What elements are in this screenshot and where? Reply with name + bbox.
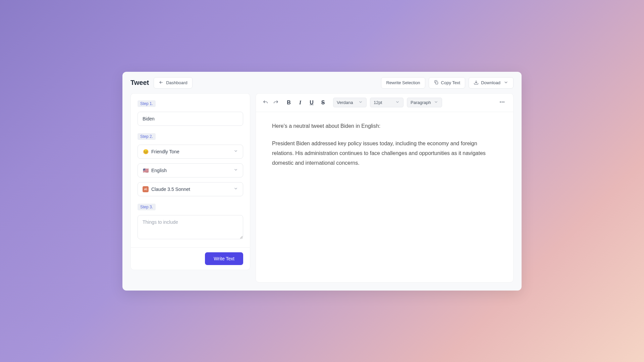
svg-point-2 [502,101,503,102]
more-icon[interactable] [498,98,506,108]
copy-label: Copy Text [441,80,461,85]
dropdown-group: Verdana 12pt Paragraph [333,98,442,107]
download-icon [474,80,479,86]
dashboard-button[interactable]: Dashboard [154,77,193,89]
app-window: Tweet Dashboard Rewrite Selection Copy T… [122,72,522,291]
step-2-badge: Step 2. [138,133,156,140]
left-panel: Step 1. Step 2. 😊 Friendly Tone [130,93,250,282]
rewrite-selection-button[interactable]: Rewrite Selection [381,77,425,89]
editor-panel: B I U S Verdana 12pt Paragraph [256,93,514,282]
chevron-down-icon [503,80,508,86]
write-row: Write Text [130,248,250,270]
font-label: Verdana [337,100,353,105]
include-textarea[interactable] [138,215,243,239]
svg-point-1 [500,101,501,102]
chevron-down-icon [233,149,238,154]
underline-button[interactable]: U [308,99,315,106]
italic-button[interactable]: I [297,99,304,106]
anthropic-icon: A\ [143,186,149,192]
content: Step 1. Step 2. 😊 Friendly Tone [122,93,522,291]
bold-button[interactable]: B [285,99,292,106]
write-text-button[interactable]: Write Text [205,252,243,265]
copy-text-button[interactable]: Copy Text [429,77,466,89]
block-label: Paragraph [411,100,431,105]
selects-stack: 😊 Friendly Tone 🇺🇸 English A\ [138,145,243,196]
form-card-wrap: Step 1. Step 2. 😊 Friendly Tone [130,93,250,270]
step-2-group: Step 2. 😊 Friendly Tone 🇺🇸 English [138,133,243,196]
smile-icon: 😊 [143,149,149,155]
header-right: Rewrite Selection Copy Text Download [381,77,514,89]
strikethrough-button[interactable]: S [320,99,326,106]
header-left: Tweet Dashboard [130,77,193,89]
flag-icon: 🇺🇸 [143,167,149,173]
dashboard-label: Dashboard [166,80,187,85]
model-label: Claude 3.5 Sonnet [151,187,190,192]
chevron-down-icon [233,167,238,173]
tone-select[interactable]: 😊 Friendly Tone [138,145,243,159]
page-title: Tweet [130,79,149,87]
form-card: Step 1. Step 2. 😊 Friendly Tone [130,93,250,248]
language-select[interactable]: 🇺🇸 English [138,163,243,177]
rewrite-label: Rewrite Selection [386,80,420,85]
svg-rect-0 [435,82,438,84]
font-size-label: 12pt [374,100,382,105]
step-1-group: Step 1. [138,100,243,126]
chevron-down-icon [233,186,238,192]
chevron-down-icon [395,100,400,105]
step-3-badge: Step 3. [138,204,156,210]
download-label: Download [481,80,500,85]
copy-icon [434,80,439,86]
font-size-select[interactable]: 12pt [370,98,404,107]
svg-point-3 [503,101,504,102]
editor-toolbar: B I U S Verdana 12pt Paragraph [256,94,513,112]
step-3-group: Step 3. [138,204,243,241]
editor-content[interactable]: Here's a neutral tweet about Biden in En… [256,112,513,186]
redo-icon[interactable] [273,100,279,105]
topic-input[interactable] [138,112,243,126]
chevron-down-icon [434,100,438,105]
tone-label: Friendly Tone [151,149,179,154]
format-group: B I U S [285,99,326,106]
editor-body: President Biden addressed key policy iss… [272,139,497,168]
editor-intro: Here's a neutral tweet about Biden in En… [272,121,497,131]
font-select[interactable]: Verdana [333,98,367,107]
language-label: English [151,168,167,173]
chevron-down-icon [358,100,363,105]
download-button[interactable]: Download [469,77,514,89]
model-select[interactable]: A\ Claude 3.5 Sonnet [138,182,243,196]
undo-icon[interactable] [263,100,268,105]
step-1-badge: Step 1. [138,100,156,107]
history-group [263,100,279,105]
block-format-select[interactable]: Paragraph [407,98,442,107]
arrow-left-icon [159,80,164,86]
header: Tweet Dashboard Rewrite Selection Copy T… [122,72,522,93]
